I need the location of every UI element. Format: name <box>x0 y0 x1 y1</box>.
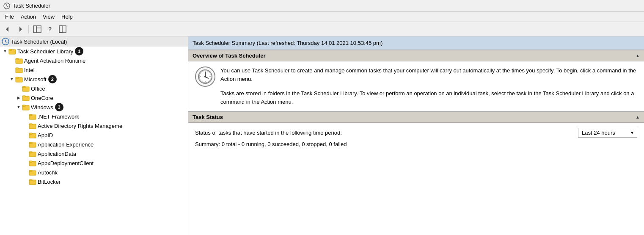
tree-label-autochk: Autochk <box>38 169 58 176</box>
tree-item-office[interactable]: Office <box>0 84 188 93</box>
menu-action[interactable]: Action <box>17 13 39 21</box>
properties-button[interactable] <box>57 24 69 35</box>
overview-paragraph-2: Tasks are stored in folders in the Task … <box>220 89 637 106</box>
svg-rect-8 <box>59 26 66 33</box>
task-status-content: Status of tasks that have started in the… <box>188 123 644 152</box>
expander-onecore[interactable]: ▶ <box>15 94 22 101</box>
folder-icon-net <box>29 113 36 120</box>
forward-button[interactable] <box>14 24 26 35</box>
dropdown-arrow-icon: ▼ <box>630 130 634 135</box>
folder-icon-office <box>22 85 30 92</box>
svg-rect-30 <box>29 124 32 125</box>
badge-3: 3 <box>55 103 63 111</box>
tree-item-net-framework[interactable]: .NET Framework <box>0 112 188 121</box>
menu-view[interactable]: View <box>39 13 58 21</box>
menu-help[interactable]: Help <box>58 13 76 21</box>
time-dropdown-value: Last 24 hours <box>582 130 615 136</box>
time-period-dropdown[interactable]: Last 24 hours ▼ <box>578 128 637 138</box>
tree-label-intel: Intel <box>24 67 35 73</box>
tree-item-microsoft[interactable]: ▼ Microsoft 2 <box>0 75 188 84</box>
tree-item-autochk[interactable]: Autochk <box>0 168 188 177</box>
tree-label-net: .NET Framework <box>38 113 79 120</box>
svg-rect-18 <box>16 68 19 69</box>
svg-rect-40 <box>29 170 32 171</box>
tree-label-appxdeployment: AppxDeploymentClient <box>38 160 94 166</box>
svg-rect-14 <box>9 49 12 50</box>
folder-icon-autochk <box>29 169 36 176</box>
back-button[interactable] <box>2 24 14 35</box>
svg-rect-22 <box>22 86 25 88</box>
tree-label-ad: Active Directory Rights Manageme <box>38 123 122 129</box>
expander-microsoft[interactable]: ▼ <box>8 76 15 83</box>
task-status-collapse-icon[interactable]: ▲ <box>636 115 640 119</box>
folder-icon-ad <box>29 122 36 129</box>
tree-item-onecore[interactable]: ▶ OneCore <box>0 93 188 102</box>
tree-item-appdata[interactable]: ApplicationData <box>0 149 188 158</box>
tree-item-bitlocker[interactable]: BitLocker <box>0 177 188 186</box>
overview-content: You can use Task Scheduler to create and… <box>188 61 644 111</box>
help-button[interactable]: ? <box>44 24 56 35</box>
svg-rect-42 <box>29 180 32 181</box>
svg-rect-9 <box>59 26 62 33</box>
clock-icon <box>195 66 215 87</box>
svg-rect-38 <box>29 161 32 162</box>
folder-icon-bitlocker <box>29 178 36 185</box>
clock-small-icon <box>2 38 9 45</box>
menu-bar: File Action View Help <box>0 12 644 22</box>
svg-rect-26 <box>22 105 25 106</box>
tree-label-library: Task Scheduler Library <box>17 48 73 55</box>
folder-icon-microsoft <box>15 76 23 83</box>
svg-marker-3 <box>6 27 8 32</box>
tree-label-appexp: Application Experience <box>38 141 94 148</box>
expander-task-scheduler-library[interactable]: ▼ <box>2 48 8 55</box>
tree-item-agent[interactable]: Agent Activation Runtime <box>0 56 188 65</box>
svg-rect-34 <box>29 142 32 144</box>
expander-windows[interactable]: ▼ <box>15 104 22 111</box>
svg-rect-16 <box>16 58 19 60</box>
summary-header: Task Scheduler Summary (Last refreshed: … <box>188 36 644 50</box>
tree-label-windows: Windows <box>31 104 53 111</box>
folder-icon-agent <box>15 57 23 64</box>
folder-icon-appid <box>29 132 36 138</box>
svg-point-47 <box>204 76 206 77</box>
tree-item-app-experience[interactable]: Application Experience <box>0 140 188 149</box>
svg-rect-32 <box>29 133 32 134</box>
folder-icon-library <box>8 48 16 55</box>
tree-label-bitlocker: BitLocker <box>38 179 61 185</box>
svg-line-12 <box>6 41 7 42</box>
tree-label-office: Office <box>31 86 45 92</box>
main-container: Task Scheduler (Local) ▼ Task Scheduler … <box>0 36 644 235</box>
badge-2: 2 <box>48 75 57 83</box>
menu-file[interactable]: File <box>2 13 17 21</box>
tree-item-intel[interactable]: Intel <box>0 65 188 75</box>
tree-item-appxdeployment[interactable]: AppxDeploymentClient <box>0 158 188 168</box>
folder-icon-appxdeployment <box>29 160 36 166</box>
tree-item-appid[interactable]: AppID <box>0 130 188 140</box>
left-panel[interactable]: Task Scheduler (Local) ▼ Task Scheduler … <box>0 36 188 235</box>
svg-rect-28 <box>29 114 32 116</box>
tree-label-onecore: OneCore <box>31 95 53 101</box>
svg-rect-20 <box>16 77 19 78</box>
svg-rect-6 <box>37 26 41 33</box>
folder-icon-appdata <box>29 150 36 157</box>
tree-item-windows[interactable]: ▼ Windows 3 <box>0 102 188 112</box>
svg-line-2 <box>7 6 8 7</box>
root-item[interactable]: Task Scheduler (Local) <box>0 36 188 47</box>
overview-title: Overview of Task Scheduler <box>193 53 265 59</box>
toolbar: ? <box>0 22 644 36</box>
show-console-button[interactable] <box>31 24 43 35</box>
task-status-title: Task Status <box>193 114 223 120</box>
overview-collapse-icon[interactable]: ▲ <box>636 53 640 58</box>
overview-section-header[interactable]: Overview of Task Scheduler ▲ <box>188 50 644 61</box>
right-panel: Task Scheduler Summary (Last refreshed: … <box>188 36 644 235</box>
overview-paragraph-1: You can use Task Scheduler to create and… <box>220 66 637 83</box>
badge-1: 1 <box>75 47 83 55</box>
tree-item-task-scheduler-library[interactable]: ▼ Task Scheduler Library 1 <box>0 47 188 56</box>
tree-item-active-directory[interactable]: Active Directory Rights Manageme <box>0 121 188 130</box>
svg-marker-4 <box>19 27 22 32</box>
tree-label-microsoft: Microsoft <box>24 76 47 83</box>
task-status-section-header[interactable]: Task Status ▲ <box>188 111 644 123</box>
root-item-label: Task Scheduler (Local) <box>11 39 67 45</box>
svg-rect-5 <box>33 26 36 33</box>
toolbar-separator-1 <box>28 25 29 33</box>
